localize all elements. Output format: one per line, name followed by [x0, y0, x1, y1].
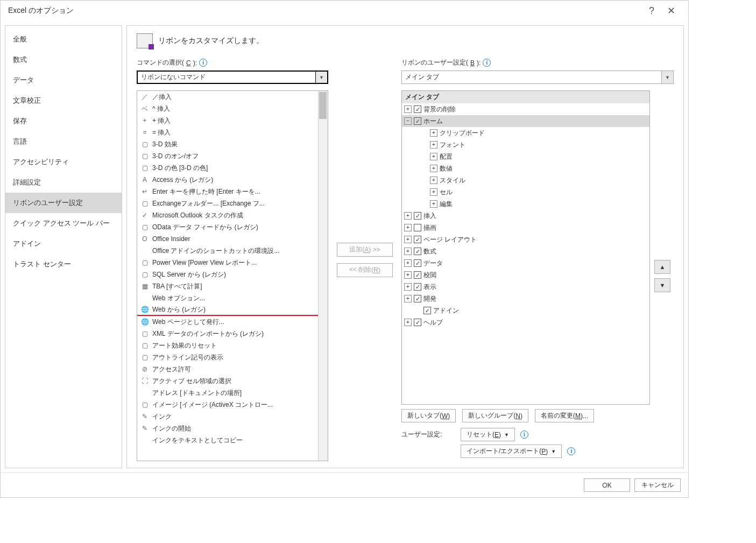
- tree-toggle[interactable]: +: [404, 295, 412, 302]
- sidebar-item[interactable]: トラスト センター: [5, 254, 122, 274]
- new-tab-button[interactable]: 新しいタブ(W): [401, 409, 456, 422]
- list-item[interactable]: ▢SQL Server から (レガシ): [137, 269, 328, 280]
- list-item[interactable]: ✎インクの開始: [137, 422, 328, 434]
- tree-row[interactable]: +数式: [402, 245, 649, 257]
- commands-combo[interactable]: リボンにないコマンド ▼: [137, 70, 328, 84]
- tree-toggle[interactable]: +: [430, 188, 437, 196]
- tree-checkbox[interactable]: [414, 105, 421, 113]
- sidebar-item[interactable]: アクセシビリティ: [5, 152, 122, 172]
- import-export-button[interactable]: インポート/エクスポート(P)▼: [461, 445, 562, 458]
- tree-row[interactable]: +編集: [402, 198, 649, 210]
- tree-toggle[interactable]: +: [430, 177, 437, 184]
- tree-row[interactable]: アドイン: [402, 305, 649, 316]
- tree-row[interactable]: +ページ レイアウト: [402, 234, 649, 245]
- tree-toggle[interactable]: +: [404, 248, 412, 255]
- list-item[interactable]: ▦TBA [すべて計算]: [137, 280, 328, 292]
- tree-row[interactable]: +描画: [402, 222, 649, 234]
- list-item[interactable]: ベ^ 挿入: [137, 103, 328, 115]
- tree-row[interactable]: +数値: [402, 163, 649, 174]
- tree-checkbox[interactable]: [414, 224, 421, 231]
- commands-listbox[interactable]: ／／挿入ベ^ 挿入++ 挿入== 挿入▢3-D 効果▶▢3-D のオン/オフ▢3…: [137, 90, 328, 461]
- reset-button[interactable]: リセット(E)▼: [461, 428, 515, 441]
- list-item[interactable]: OOffice Insider: [137, 233, 328, 245]
- tree-row[interactable]: +データ: [402, 257, 649, 269]
- help-button[interactable]: ?: [642, 5, 661, 17]
- info-icon[interactable]: i: [199, 59, 207, 67]
- tree-row[interactable]: +背景の削除: [402, 103, 649, 115]
- tree-checkbox[interactable]: [414, 319, 421, 326]
- list-item[interactable]: ▢3-D 効果▶: [137, 138, 328, 150]
- move-down-button[interactable]: ▼: [654, 278, 670, 292]
- tree-row[interactable]: +挿入: [402, 210, 649, 222]
- sidebar-item[interactable]: アドイン: [5, 234, 122, 254]
- tree-toggle[interactable]: −: [404, 117, 412, 125]
- list-item[interactable]: ✓Microsoft Outlook タスクの作成: [137, 209, 328, 221]
- move-up-button[interactable]: ▲: [654, 260, 670, 274]
- info-icon[interactable]: i: [483, 59, 491, 67]
- tree-row[interactable]: +開発: [402, 293, 649, 305]
- list-item[interactable]: == 挿入: [137, 126, 328, 138]
- list-item[interactable]: ✎インク: [137, 411, 328, 422]
- list-item[interactable]: ++ 挿入: [137, 115, 328, 126]
- add-button[interactable]: 追加(A) >>: [337, 243, 393, 257]
- list-item[interactable]: 🌐Web ページとして発行...: [137, 316, 328, 328]
- tree-toggle[interactable]: +: [404, 212, 412, 220]
- list-item[interactable]: ▢アート効果のリセット: [137, 340, 328, 351]
- sidebar-item[interactable]: クイック アクセス ツール バー: [5, 213, 122, 234]
- tree-row[interactable]: +表示: [402, 281, 649, 293]
- close-button[interactable]: ✕: [661, 5, 681, 17]
- list-item[interactable]: アドレス [ドキュメントの場所]I: [137, 387, 328, 399]
- list-item[interactable]: ▢Exchangeフォルダー... [Exchange フ...: [137, 198, 328, 209]
- sidebar-item[interactable]: 詳細設定: [5, 172, 122, 193]
- ribbon-combo[interactable]: メイン タブ ▼: [401, 70, 674, 84]
- list-item[interactable]: 🌐Web から (レガシ): [137, 304, 328, 316]
- list-item[interactable]: AAccess から (レガシ): [137, 174, 328, 186]
- tree-row[interactable]: +クリップボード: [402, 127, 649, 139]
- tree-row[interactable]: +ヘルプ: [402, 316, 649, 328]
- tree-toggle[interactable]: +: [404, 236, 412, 243]
- remove-button[interactable]: << 削除(R): [337, 263, 393, 277]
- list-item[interactable]: ⊘アクセス許可: [137, 363, 328, 375]
- list-item[interactable]: ▢OData データ フィードから (レガシ): [137, 221, 328, 233]
- list-item[interactable]: インクをテキストとしてコピー: [137, 434, 328, 446]
- tree-toggle[interactable]: +: [404, 283, 412, 291]
- sidebar-item[interactable]: 言語: [5, 131, 122, 152]
- tree-toggle[interactable]: +: [430, 200, 437, 208]
- new-group-button[interactable]: 新しいグループ(N): [462, 409, 528, 422]
- tree-toggle[interactable]: +: [430, 153, 437, 160]
- tree-checkbox[interactable]: [414, 259, 421, 267]
- list-item[interactable]: Web オプション...: [137, 292, 328, 304]
- tree-row[interactable]: +スタイル: [402, 174, 649, 186]
- chevron-down-icon[interactable]: ▼: [661, 71, 673, 83]
- tree-toggle[interactable]: +: [430, 141, 437, 149]
- tree-row[interactable]: +セル: [402, 186, 649, 198]
- list-item[interactable]: ▢アウトライン記号の表示: [137, 351, 328, 363]
- tree-checkbox[interactable]: [414, 236, 421, 243]
- scroll-thumb[interactable]: [319, 92, 327, 119]
- list-item[interactable]: ▢Power View [Power View レポート...: [137, 257, 328, 269]
- info-icon[interactable]: i: [567, 447, 575, 455]
- list-item[interactable]: ▢3-D の色 [3-D の色]▶: [137, 162, 328, 174]
- info-icon[interactable]: i: [520, 431, 528, 439]
- tree-row[interactable]: +校閲: [402, 269, 649, 281]
- tree-checkbox[interactable]: [414, 283, 421, 291]
- list-item[interactable]: ▢イメージ [イメージ (ActiveX コントロー...: [137, 399, 328, 411]
- list-item[interactable]: ▢3-D のオン/オフ: [137, 150, 328, 162]
- list-item[interactable]: ／／挿入: [137, 91, 328, 103]
- ok-button[interactable]: OK: [584, 478, 630, 492]
- list-item[interactable]: ▢XML データのインポートから (レガシ): [137, 328, 328, 340]
- tree-toggle[interactable]: +: [404, 259, 412, 267]
- scrollbar[interactable]: [318, 91, 328, 461]
- tree-toggle[interactable]: +: [430, 129, 437, 137]
- ribbon-tree[interactable]: メイン タブ +背景の削除−ホーム+クリップボード+フォント+配置+数値+スタイ…: [401, 90, 650, 405]
- tree-toggle[interactable]: +: [404, 224, 412, 231]
- sidebar-item[interactable]: 全般: [5, 29, 122, 50]
- sidebar-item[interactable]: 保存: [5, 111, 122, 131]
- tree-checkbox[interactable]: [414, 212, 421, 220]
- tree-toggle[interactable]: +: [404, 105, 412, 113]
- tree-row[interactable]: +配置: [402, 151, 649, 163]
- tree-checkbox[interactable]: [414, 295, 421, 302]
- list-item[interactable]: ↵Enter キーを押した時 [Enter キーを...: [137, 186, 328, 198]
- list-item[interactable]: Office アドインのショートカットの環境設...: [137, 245, 328, 257]
- sidebar-item[interactable]: 数式: [5, 50, 122, 70]
